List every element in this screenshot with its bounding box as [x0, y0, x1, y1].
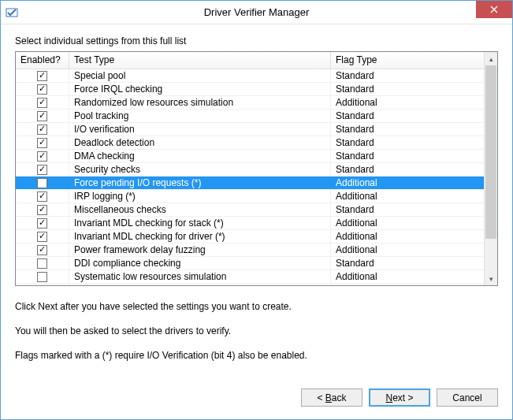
table-row[interactable]: DDI compliance checkingStandard [16, 257, 484, 270]
rows-container: Special poolStandardForce IRQL checkingS… [16, 69, 484, 285]
table-row[interactable]: Force IRQL checkingStandard [16, 83, 484, 96]
enabled-checkbox[interactable] [37, 258, 47, 269]
next-button[interactable]: Next > [369, 388, 430, 407]
table-row[interactable]: Invariant MDL checking for driver (*)Add… [16, 230, 484, 243]
table-row[interactable]: Invariant MDL checking for stack (*)Addi… [16, 217, 484, 230]
enabled-checkbox[interactable] [37, 111, 47, 121]
enabled-checkbox[interactable] [37, 84, 47, 95]
cell-test-type: Pool tracking [69, 110, 331, 122]
enabled-checkbox[interactable] [37, 125, 47, 135]
table-row[interactable]: Security checksStandard [16, 163, 484, 177]
cell-flag-type: Additional [331, 243, 484, 256]
cancel-button[interactable]: Cancel [437, 388, 498, 407]
table-row[interactable]: Force pending I/O requests (*)Additional [16, 177, 484, 190]
cell-test-type: Miscellaneous checks [69, 203, 331, 216]
cell-enabled [16, 163, 69, 176]
cell-flag-type: Additional [331, 96, 484, 109]
cell-enabled [16, 136, 69, 149]
table-row[interactable]: Miscellaneous checksStandard [16, 203, 484, 217]
cell-enabled [16, 96, 69, 109]
cell-flag-type: Standard [331, 110, 484, 122]
table-row[interactable]: I/O verificationStandard [16, 123, 484, 136]
footer-text: Click Next after you have selected the s… [15, 300, 498, 362]
enabled-checkbox[interactable] [37, 232, 47, 242]
cell-test-type: Invariant MDL checking for driver (*) [69, 230, 331, 243]
cell-test-type: DDI compliance checking [69, 257, 331, 269]
table-row[interactable]: IRP logging (*)Additional [16, 190, 484, 203]
column-header-flag-type[interactable]: Flag Type [331, 52, 484, 69]
cell-flag-type: Standard [331, 69, 484, 82]
cell-test-type: DMA checking [69, 150, 331, 162]
cell-flag-type: Standard [331, 136, 484, 149]
cell-flag-type: Standard [331, 203, 484, 216]
list-header: Enabled? Test Type Flag Type [16, 52, 484, 69]
settings-list: Enabled? Test Type Flag Type Special poo… [15, 51, 498, 286]
verifier-app-icon [6, 6, 18, 19]
enabled-checkbox[interactable] [37, 165, 47, 175]
cell-test-type: Power framework delay fuzzing [69, 243, 331, 256]
cell-flag-type: Additional [331, 190, 484, 203]
table-row[interactable]: Randomized low resources simulationAddit… [16, 96, 484, 110]
window-title: Driver Verifier Manager [1, 6, 512, 18]
enabled-checkbox[interactable] [37, 151, 47, 162]
cell-enabled [16, 150, 69, 162]
enabled-checkbox[interactable] [37, 178, 47, 188]
cell-enabled [16, 83, 69, 95]
table-row[interactable]: DMA checkingStandard [16, 150, 484, 163]
cell-enabled [16, 257, 69, 269]
cell-flag-type: Additional [331, 217, 484, 229]
scroll-thumb[interactable] [485, 65, 496, 239]
titlebar[interactable]: Driver Verifier Manager [1, 1, 512, 24]
instruction-label: Select individual settings from this ful… [15, 35, 498, 46]
table-row[interactable]: Pool trackingStandard [16, 110, 484, 123]
cell-enabled [16, 203, 69, 216]
button-row: < Back Next > Cancel [1, 381, 512, 407]
cell-flag-type: Standard [331, 123, 484, 136]
column-header-test-type[interactable]: Test Type [69, 52, 331, 69]
cell-flag-type: Additional [331, 230, 484, 243]
back-button[interactable]: < Back [301, 388, 362, 407]
scroll-up-arrow[interactable]: ▴ [485, 52, 497, 65]
enabled-checkbox[interactable] [37, 71, 47, 81]
cell-flag-type: Standard [331, 163, 484, 176]
enabled-checkbox[interactable] [37, 138, 47, 148]
footer-line-1: Click Next after you have selected the s… [15, 300, 498, 314]
cell-flag-type: Additional [331, 270, 484, 283]
enabled-checkbox[interactable] [37, 272, 47, 282]
cell-test-type: Force pending I/O requests (*) [69, 177, 331, 189]
cell-enabled [16, 230, 69, 243]
enabled-checkbox[interactable] [37, 191, 47, 202]
footer-line-2: You will then be asked to select the dri… [15, 325, 498, 338]
cell-test-type: Force IRQL checking [69, 83, 331, 95]
cell-flag-type: Additional [331, 177, 484, 189]
cell-test-type: Deadlock detection [69, 136, 331, 149]
scroll-down-arrow[interactable]: ▾ [485, 272, 497, 285]
cell-enabled [16, 177, 69, 189]
cell-enabled [16, 270, 69, 283]
cell-test-type: Security checks [69, 163, 331, 176]
cell-flag-type: Standard [331, 257, 484, 269]
content-area: Select individual settings from this ful… [1, 24, 512, 381]
cell-flag-type: Standard [331, 83, 484, 95]
enabled-checkbox[interactable] [37, 98, 47, 108]
cell-test-type: Systematic low resources simulation [69, 270, 331, 283]
close-button[interactable] [476, 1, 512, 18]
table-row[interactable]: Power framework delay fuzzingAdditional [16, 243, 484, 257]
cell-flag-type: Standard [331, 150, 484, 162]
cell-test-type: Invariant MDL checking for stack (*) [69, 217, 331, 229]
cell-enabled [16, 69, 69, 82]
cell-test-type: I/O verification [69, 123, 331, 136]
enabled-checkbox[interactable] [37, 205, 47, 215]
vertical-scrollbar[interactable]: ▴ ▾ [484, 52, 497, 285]
column-header-enabled[interactable]: Enabled? [16, 52, 69, 69]
table-row[interactable]: Deadlock detectionStandard [16, 136, 484, 150]
cell-enabled [16, 110, 69, 122]
table-row[interactable]: Special poolStandard [16, 69, 484, 83]
cell-test-type: Randomized low resources simulation [69, 96, 331, 109]
enabled-checkbox[interactable] [37, 245, 47, 255]
cell-enabled [16, 243, 69, 256]
cell-test-type: Special pool [69, 69, 331, 82]
table-row[interactable]: Systematic low resources simulationAddit… [16, 270, 484, 284]
cell-enabled [16, 190, 69, 203]
enabled-checkbox[interactable] [37, 218, 47, 229]
